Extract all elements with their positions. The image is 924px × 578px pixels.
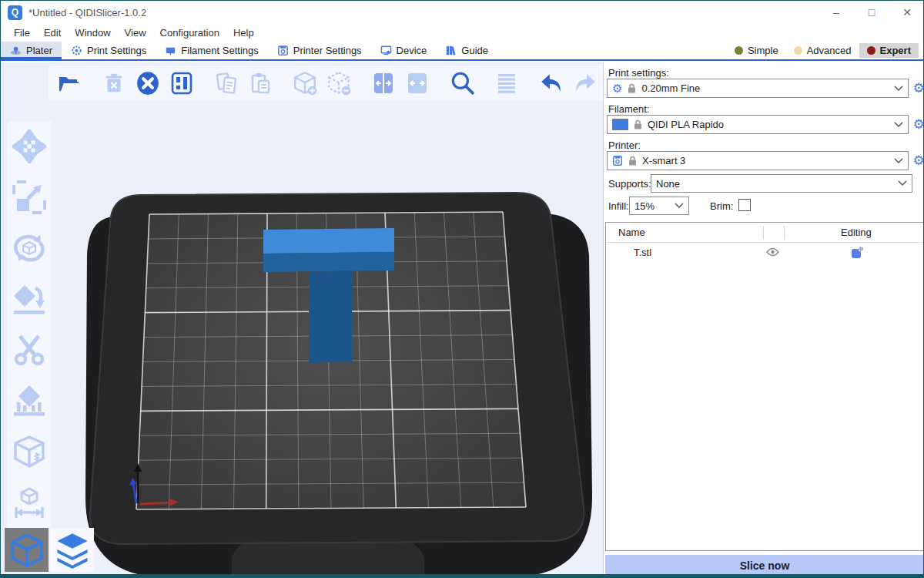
top-toolbar	[49, 66, 606, 101]
chevron-down-icon	[894, 122, 903, 128]
mode-advanced-label: Advanced	[807, 45, 852, 56]
paint-supports-icon[interactable]	[12, 383, 47, 418]
menu-edit[interactable]: Edit	[37, 25, 68, 40]
bed-handle-recess	[232, 539, 424, 576]
object-row-tstl[interactable]: T.stl	[606, 243, 923, 263]
copy-icon[interactable]	[212, 69, 241, 98]
editing-icon[interactable]	[851, 246, 864, 261]
chevron-down-icon	[675, 203, 684, 209]
lock-icon	[634, 119, 642, 129]
object-list: Name Editing T.stl	[605, 222, 924, 551]
app-logo-icon: Q	[8, 5, 22, 20]
printer-gear-button[interactable]: ⚙	[911, 152, 924, 169]
redo-icon[interactable]	[571, 69, 600, 98]
lock-icon	[628, 156, 637, 166]
print-settings-icon	[71, 45, 82, 56]
arrange-icon[interactable]	[167, 69, 196, 98]
split-parts-icon[interactable]	[403, 69, 432, 98]
mode-expert[interactable]: Expert	[859, 43, 919, 58]
cut-icon[interactable]	[12, 332, 47, 368]
rotate-icon[interactable]	[12, 230, 47, 266]
mode-selector: Simple Advanced Expert	[727, 42, 924, 59]
right-panel: Print settings: ⚙ 0.20mm Fine ⚙ Filament…	[603, 62, 924, 576]
eye-icon[interactable]	[766, 247, 779, 259]
delete-all-icon[interactable]	[133, 69, 162, 98]
mode-simple-label: Simple	[748, 45, 778, 56]
print-settings-combo[interactable]: ⚙ 0.20mm Fine	[607, 79, 909, 98]
scale-icon[interactable]	[12, 180, 47, 215]
menu-configuration[interactable]: Configuration	[153, 25, 226, 40]
simple-mode-dot-icon	[735, 46, 743, 55]
slice-now-button[interactable]: Slice now	[605, 555, 924, 576]
window-title: *Untitled - QIDISlicer-1.0.2	[28, 7, 146, 18]
seam-painting-icon[interactable]	[12, 434, 47, 469]
menu-file[interactable]: File	[7, 25, 37, 40]
mode-simple[interactable]: Simple	[727, 43, 786, 58]
filament-value: QIDI PLA Rapido	[648, 119, 724, 130]
tab-device[interactable]: Device	[371, 42, 437, 59]
tab-print-settings[interactable]: Print Settings	[62, 42, 156, 59]
menu-window[interactable]: Window	[68, 25, 117, 40]
window-bottom-border	[1, 574, 924, 577]
close-button[interactable]: ✕	[889, 1, 924, 24]
brim-checkbox[interactable]	[738, 199, 751, 211]
add-instance-icon[interactable]	[290, 69, 320, 98]
printer-icon	[612, 155, 623, 166]
tab-plater[interactable]: Plater	[1, 42, 62, 59]
object-name: T.stl	[634, 247, 651, 258]
tab-bar: Plater Print Settings Filament Settings …	[1, 42, 924, 61]
tab-guide[interactable]: Guide	[436, 42, 497, 59]
tab-plater-label: Plater	[26, 45, 52, 56]
printer-label: Printer:	[608, 139, 641, 151]
chevron-down-icon	[894, 86, 903, 92]
minimize-button[interactable]: –	[819, 1, 854, 24]
column-editing: Editing	[841, 227, 872, 238]
cube-icon	[9, 533, 45, 568]
slice-now-label: Slice now	[740, 560, 790, 572]
chevron-down-icon	[894, 158, 903, 164]
infill-value: 15%	[634, 200, 654, 212]
variable-layer-height-icon[interactable]	[492, 69, 521, 98]
maximize-button[interactable]: □	[854, 1, 889, 24]
filament-combo[interactable]: QIDI PLA Rapido	[607, 115, 909, 134]
view-toggle	[5, 528, 94, 572]
left-toolbar	[7, 121, 52, 528]
delete-icon[interactable]	[99, 69, 129, 98]
3d-viewport[interactable]	[1, 62, 603, 576]
menu-bar: File Edit Window View Configuration Help	[1, 24, 924, 42]
supports-value: None	[656, 178, 680, 190]
guide-icon	[445, 45, 457, 56]
menu-view[interactable]: View	[118, 25, 153, 40]
split-objects-icon[interactable]	[369, 69, 398, 98]
tab-printer-settings[interactable]: Printer Settings	[268, 42, 371, 59]
paste-icon[interactable]	[246, 69, 275, 98]
supports-combo[interactable]: None	[651, 174, 912, 193]
editor-view-button[interactable]	[5, 528, 49, 572]
measure-icon[interactable]	[12, 485, 47, 520]
move-icon[interactable]	[12, 129, 47, 164]
mode-advanced[interactable]: Advanced	[786, 43, 859, 58]
preview-view-button[interactable]	[50, 528, 94, 572]
lock-icon	[628, 83, 636, 93]
tab-device-label: Device	[397, 45, 427, 56]
layers-icon	[54, 532, 91, 569]
plater-icon	[10, 45, 22, 56]
column-name: Name	[618, 227, 645, 238]
place-on-face-icon[interactable]	[12, 281, 47, 317]
filament-gear-button[interactable]: ⚙	[911, 116, 924, 133]
menu-help[interactable]: Help	[226, 25, 261, 40]
filament-color-swatch	[612, 119, 628, 130]
printer-combo[interactable]: X-smart 3	[607, 151, 909, 170]
undo-icon[interactable]	[537, 69, 566, 98]
print-settings-gear-button[interactable]: ⚙	[911, 79, 924, 96]
print-settings-label: Print settings:	[608, 67, 669, 79]
tab-filament-settings[interactable]: Filament Settings	[156, 42, 267, 59]
mode-expert-label: Expert	[880, 45, 911, 56]
infill-combo[interactable]: 15%	[629, 197, 689, 215]
remove-instance-icon[interactable]	[324, 69, 353, 98]
search-icon[interactable]	[447, 69, 477, 98]
expert-mode-dot-icon	[867, 46, 875, 55]
supports-label: Supports:	[608, 178, 651, 190]
gear-icon: ⚙	[612, 82, 622, 96]
open-icon[interactable]	[55, 69, 84, 98]
